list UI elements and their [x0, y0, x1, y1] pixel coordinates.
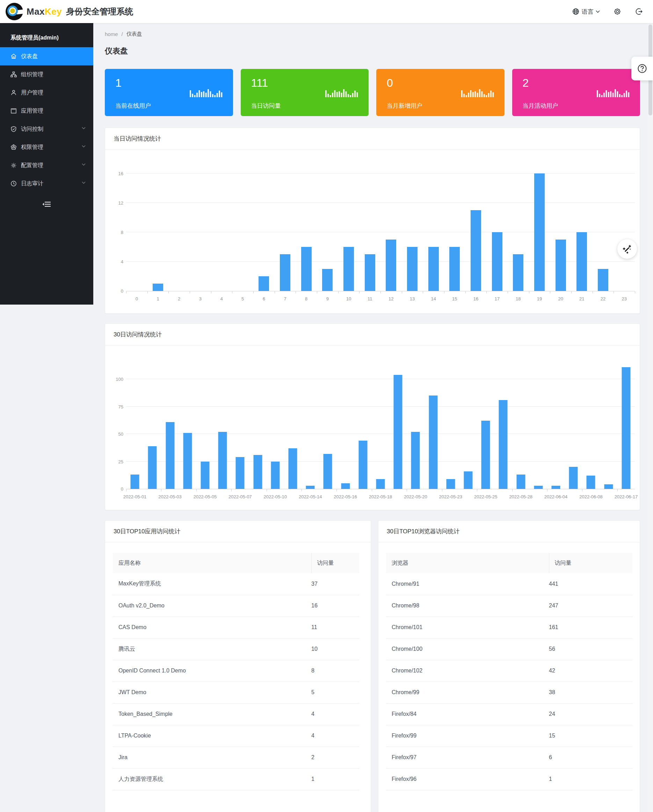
magic-wand-float-button[interactable]	[617, 239, 637, 259]
gear-icon	[11, 162, 17, 169]
bar-slot	[592, 174, 614, 291]
x-axis-label: 2022-06-04	[544, 494, 568, 499]
panel-top10-browsers: 30日TOP10浏览器访问统计 浏览器访问量Chrome/91441Chrome…	[378, 520, 640, 812]
user-icon	[11, 90, 17, 96]
mini-bars-icon	[597, 88, 630, 97]
bar-slot	[530, 366, 547, 489]
table-row: OpenID Connect 1.0 Demo8	[113, 660, 359, 682]
x-axis-label: 11	[368, 296, 373, 301]
y-axis-label: 8	[108, 230, 123, 235]
bar	[556, 240, 566, 291]
x-axis-label: 5	[241, 296, 244, 301]
logout-button[interactable]	[635, 7, 643, 16]
bar	[358, 441, 367, 489]
stat-card-2: 0当月新增用户	[376, 69, 504, 116]
bar	[166, 422, 174, 489]
bar-slot	[442, 366, 460, 489]
mini-bars-icon	[461, 88, 495, 97]
x-axis-label: 20	[558, 296, 563, 301]
row-name: Firefox/99	[386, 725, 549, 746]
panel-title: 30日TOP10浏览器访问统计	[378, 521, 640, 542]
x-axis-label: 2022-05-28	[509, 494, 533, 499]
bar-slot	[407, 366, 424, 489]
bar	[598, 269, 608, 291]
bar	[464, 472, 472, 489]
table-row: Jira2	[113, 746, 359, 768]
breadcrumb-home-link[interactable]: home	[105, 31, 118, 37]
row-value: 1	[549, 768, 632, 790]
bar	[236, 457, 245, 489]
settings-button[interactable]	[613, 7, 621, 16]
bar-slot	[275, 174, 296, 291]
chevron-down-icon	[82, 182, 85, 184]
table-row: 腾讯云10	[113, 638, 359, 660]
bar-slot	[512, 366, 529, 489]
x-axis-label: 19	[537, 296, 542, 301]
x-axis-label: 10	[346, 296, 351, 301]
column-header: 应用名称	[113, 553, 311, 573]
brand: MaxKey 身份安全管理系统	[5, 2, 133, 21]
bar-slot	[284, 366, 301, 489]
bar-slot	[495, 366, 512, 489]
row-name: Chrome/102	[386, 660, 549, 682]
row-value: 4	[311, 703, 359, 725]
row-value: 441	[549, 573, 632, 595]
bar	[376, 479, 385, 489]
panel-30day-visits: 30日访问情况统计 02550751002022-05-012022-05-03…	[105, 324, 640, 510]
row-name: Jira	[113, 746, 311, 768]
language-menu[interactable]: 语言	[572, 8, 600, 16]
column-header: 访问量	[311, 553, 359, 573]
bar-slot	[144, 366, 161, 489]
bar	[449, 247, 460, 291]
x-axis-label: 2022-05-14	[299, 494, 322, 499]
bar-slot	[600, 366, 617, 489]
sidebar-item-0[interactable]: 仪表盘	[0, 47, 93, 66]
bar-slot	[126, 366, 144, 489]
bar-slot	[508, 174, 529, 291]
row-name: Chrome/99	[386, 682, 549, 703]
bar	[131, 475, 139, 489]
x-axis-label: 6	[263, 296, 265, 301]
sidebar-item-1[interactable]: 组织管理	[0, 66, 93, 84]
bar-slot	[466, 174, 487, 291]
x-axis-label: 21	[579, 296, 584, 301]
row-name: Chrome/98	[386, 595, 549, 617]
table-row: Chrome/10242	[386, 660, 632, 682]
sidebar-item-3[interactable]: 应用管理	[0, 102, 93, 120]
page-title: 仪表盘	[105, 46, 640, 56]
sidebar-collapse-button[interactable]	[0, 200, 93, 208]
table-row: CAS Demo11	[113, 617, 359, 638]
table-row: JWT Demo5	[113, 682, 359, 703]
bar-slot	[354, 366, 372, 489]
help-float-button[interactable]	[631, 56, 653, 81]
row-value: 8	[311, 660, 359, 682]
bar	[288, 448, 297, 489]
table-row: Firefox/961	[386, 768, 632, 790]
bar	[604, 484, 613, 489]
breadcrumb-current: 仪表盘	[126, 31, 142, 37]
table-row: Firefox/976	[386, 746, 632, 768]
x-axis-label: 18	[516, 296, 521, 301]
row-value: 11	[311, 617, 359, 638]
x-axis-label: 2022-05-01	[123, 494, 147, 499]
bar-slot	[571, 174, 592, 291]
sidebar-item-4[interactable]: 访问控制	[0, 120, 93, 138]
bar-slot	[126, 174, 148, 291]
breadcrumb: home / 仪表盘	[105, 23, 640, 37]
sidebar-item-6[interactable]: 配置管理	[0, 156, 93, 174]
table-row: MaxKey管理系统37	[113, 573, 359, 595]
bar	[322, 269, 333, 291]
sidebar-item-label: 组织管理	[21, 71, 43, 78]
scrollbar[interactable]	[648, 23, 653, 812]
bar	[259, 276, 269, 291]
sidebar-item-label: 配置管理	[21, 162, 43, 169]
bar	[280, 254, 290, 291]
panel-title: 30日访问情况统计	[105, 324, 640, 345]
sidebar-item-7[interactable]: 日志审计	[0, 174, 93, 193]
bar-slot	[190, 174, 211, 291]
y-axis-label: 0	[108, 487, 123, 491]
row-value: 247	[549, 595, 632, 617]
globe-icon	[572, 8, 580, 15]
sidebar-item-5[interactable]: 权限管理	[0, 138, 93, 156]
sidebar-item-2[interactable]: 用户管理	[0, 84, 93, 102]
